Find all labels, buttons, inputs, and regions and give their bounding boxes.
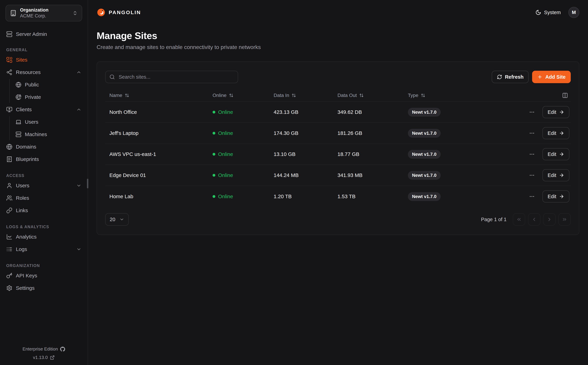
arrow-right-icon bbox=[559, 194, 564, 199]
page-size-select[interactable]: 20 bbox=[105, 213, 129, 226]
sidebar-item-label: Links bbox=[16, 208, 28, 213]
table-row: Edge Device 01 Online 144.24 MB 341.93 M… bbox=[105, 165, 571, 186]
github-icon[interactable] bbox=[60, 347, 65, 352]
online-dot-icon bbox=[213, 111, 215, 113]
gear-icon bbox=[6, 285, 12, 291]
refresh-button[interactable]: Refresh bbox=[492, 71, 529, 83]
sidebar-item-links[interactable]: Links bbox=[3, 204, 85, 216]
site-name: AWS VPC us-east-1 bbox=[105, 151, 208, 157]
sidebar-item-label: Clients bbox=[16, 107, 32, 112]
edit-button[interactable]: Edit bbox=[542, 106, 569, 118]
chevron-down-icon bbox=[119, 217, 124, 222]
online-dot-icon bbox=[213, 195, 215, 198]
sidebar-item-logs[interactable]: Logs bbox=[3, 243, 85, 255]
version-label[interactable]: v1.13.0 bbox=[33, 355, 48, 360]
organization-selector[interactable]: Organization ACME Corp. bbox=[6, 5, 82, 21]
row-actions: Edit bbox=[524, 169, 571, 181]
sort-icon bbox=[229, 93, 233, 98]
row-menu-button[interactable] bbox=[528, 150, 536, 159]
sidebar-item-blueprints[interactable]: Blueprints bbox=[3, 153, 85, 165]
ellipsis-icon bbox=[529, 130, 535, 136]
column-header-type[interactable]: Type bbox=[404, 93, 559, 98]
sidebar-item-analytics[interactable]: Analytics bbox=[3, 231, 85, 243]
chevrons-left-icon bbox=[516, 217, 522, 222]
site-status: Online bbox=[208, 194, 269, 199]
column-header-name[interactable]: Name bbox=[105, 93, 208, 98]
topbar: PANGOLIN System M bbox=[97, 0, 579, 25]
column-header-online[interactable]: Online bbox=[208, 93, 269, 98]
edit-button[interactable]: Edit bbox=[542, 169, 569, 181]
page-subtitle: Create and manage sites to enable connec… bbox=[97, 44, 579, 50]
column-header-data-in[interactable]: Data In bbox=[269, 93, 333, 98]
sidebar-item-server-admin[interactable]: Server Admin bbox=[3, 28, 85, 40]
sidebar-item-users[interactable]: Users bbox=[3, 180, 85, 191]
pangolin-logo-icon bbox=[97, 8, 105, 17]
last-page-button[interactable] bbox=[558, 213, 571, 226]
chevron-up-icon bbox=[76, 70, 81, 75]
row-menu-button[interactable] bbox=[528, 108, 536, 116]
key-icon bbox=[6, 273, 12, 279]
sidebar-item-roles[interactable]: Roles bbox=[3, 192, 85, 204]
row-menu-button[interactable] bbox=[528, 171, 536, 180]
sidebar-item-label: Sites bbox=[16, 57, 28, 63]
sidebar-item-public[interactable]: Public bbox=[10, 79, 85, 91]
sidebar-resize-handle[interactable] bbox=[87, 179, 88, 188]
columns-toggle-button[interactable] bbox=[561, 92, 569, 99]
search-icon bbox=[109, 74, 115, 80]
type-badge: Newt v1.7.0 bbox=[408, 192, 441, 201]
sidebar-item-sites[interactable]: Sites bbox=[3, 54, 85, 66]
edit-button[interactable]: Edit bbox=[542, 127, 569, 139]
pagination-buttons bbox=[513, 213, 571, 226]
sidebar-item-private[interactable]: Private bbox=[10, 91, 85, 103]
sidebar-item-settings[interactable]: Settings bbox=[3, 282, 85, 294]
add-site-button[interactable]: Add Site bbox=[532, 71, 571, 83]
edit-button[interactable]: Edit bbox=[542, 190, 569, 203]
ellipsis-icon bbox=[529, 109, 535, 115]
row-actions: Edit bbox=[524, 127, 571, 139]
column-header-data-out[interactable]: Data Out bbox=[333, 93, 404, 98]
online-dot-icon bbox=[213, 174, 215, 177]
sidebar-item-label: Settings bbox=[16, 285, 35, 291]
external-link-icon[interactable] bbox=[50, 355, 55, 360]
arrow-right-icon bbox=[559, 110, 564, 115]
laptop-icon bbox=[15, 119, 21, 125]
first-page-button[interactable] bbox=[513, 213, 525, 226]
pagination: 20 Page 1 of 1 bbox=[105, 213, 571, 226]
app-root: Organization ACME Corp. Server Admin GEN… bbox=[0, 0, 588, 365]
site-name: Jeff's Laptop bbox=[105, 130, 208, 136]
avatar[interactable]: M bbox=[568, 7, 579, 18]
prev-page-button[interactable] bbox=[528, 213, 540, 226]
site-status: Online bbox=[208, 109, 269, 115]
edit-button[interactable]: Edit bbox=[542, 148, 569, 160]
sidebar-item-clients[interactable]: Clients bbox=[3, 104, 85, 115]
sidebar-item-domains[interactable]: Domains bbox=[3, 141, 85, 153]
row-menu-button[interactable] bbox=[528, 192, 536, 201]
type-badge: Newt v1.7.0 bbox=[408, 171, 441, 180]
site-status: Online bbox=[208, 130, 269, 136]
table-row: North Office Online 423.13 GB 349.62 DB … bbox=[105, 102, 571, 123]
site-data-in: 1.20 TB bbox=[269, 194, 333, 199]
row-menu-button[interactable] bbox=[528, 129, 536, 138]
sidebar-item-label: Roles bbox=[16, 195, 29, 201]
edition-label: Enterprise Edition bbox=[22, 346, 58, 352]
sidebar-item-client-users[interactable]: Users bbox=[10, 116, 85, 128]
sidebar-item-label: Blueprints bbox=[16, 156, 39, 162]
site-data-out: 181.26 GB bbox=[333, 130, 404, 136]
sidebar-item-label: Analytics bbox=[16, 234, 37, 240]
site-data-in: 144.24 MB bbox=[269, 172, 333, 178]
search-input[interactable] bbox=[105, 71, 238, 83]
theme-toggle[interactable]: System bbox=[535, 9, 561, 15]
sidebar-item-api-keys[interactable]: API Keys bbox=[3, 270, 85, 281]
sidebar-item-machines[interactable]: Machines bbox=[10, 128, 85, 140]
site-data-out: 1.53 TB bbox=[333, 194, 404, 199]
chart-line-icon bbox=[6, 234, 12, 240]
chevrons-right-icon bbox=[562, 217, 567, 222]
next-page-button[interactable] bbox=[543, 213, 556, 226]
brand[interactable]: PANGOLIN bbox=[97, 8, 141, 17]
sidebar-item-resources[interactable]: Resources bbox=[3, 66, 85, 78]
globe-lock-icon bbox=[15, 94, 21, 100]
table-row: AWS VPC us-east-1 Online 13.10 GB 18.77 … bbox=[105, 144, 571, 165]
users-icon bbox=[6, 195, 12, 201]
ellipsis-icon bbox=[529, 172, 535, 178]
plus-icon bbox=[537, 74, 542, 79]
